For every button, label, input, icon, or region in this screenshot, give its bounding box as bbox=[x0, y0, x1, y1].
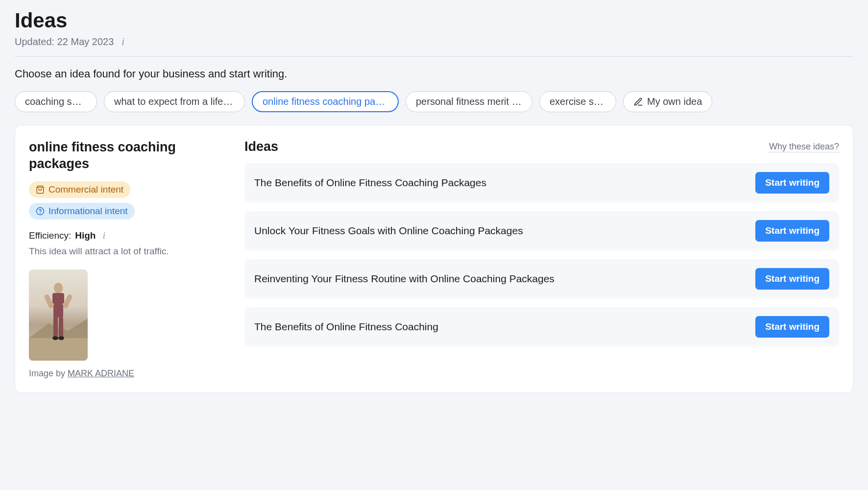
idea-text: Reinventing Your Fitness Routine with On… bbox=[254, 273, 555, 285]
idea-thumbnail bbox=[29, 270, 88, 361]
chip-what-to-expect[interactable]: what to expect from a life coach bbox=[104, 91, 245, 112]
chip-online-fitness-coaching[interactable]: online fitness coaching packages bbox=[252, 91, 399, 112]
chip-label: what to expect from a life coach bbox=[114, 96, 235, 107]
chip-my-own-idea[interactable]: My own idea bbox=[623, 91, 712, 112]
svg-point-1 bbox=[40, 213, 41, 213]
chip-label: personal fitness merit badge bbox=[416, 96, 522, 107]
svg-rect-5 bbox=[53, 304, 63, 318]
idea-item: The Benefits of Online Fitness Coaching … bbox=[244, 163, 839, 202]
svg-rect-2 bbox=[29, 338, 88, 361]
ideas-header: Ideas Why these ideas? bbox=[244, 139, 839, 154]
chip-label: My own idea bbox=[647, 96, 702, 107]
ideas-panel: Ideas Why these ideas? The Benefits of O… bbox=[244, 139, 839, 379]
start-writing-button[interactable]: Start writing bbox=[755, 220, 829, 242]
page-title: Ideas bbox=[15, 9, 853, 32]
svg-rect-9 bbox=[59, 317, 63, 337]
chip-label: exercise science bbox=[550, 96, 606, 107]
commercial-intent-badge: Commercial intent bbox=[29, 181, 130, 198]
intent-badges: Commercial intent Informational intent bbox=[29, 181, 225, 220]
selected-idea-title: online fitness coaching packages bbox=[29, 139, 225, 172]
efficiency-label: Efficiency: bbox=[29, 230, 71, 241]
ideas-title: Ideas bbox=[244, 139, 278, 154]
idea-item: Reinventing Your Fitness Routine with On… bbox=[244, 259, 839, 298]
informational-icon bbox=[36, 207, 45, 216]
svg-point-11 bbox=[58, 336, 64, 340]
chips-row: coaching session what to expect from a l… bbox=[15, 91, 853, 112]
start-writing-button[interactable]: Start writing bbox=[755, 316, 829, 338]
info-icon[interactable]: i bbox=[119, 38, 127, 47]
why-these-ideas-link[interactable]: Why these ideas? bbox=[769, 142, 839, 152]
chip-label: online fitness coaching packages bbox=[263, 96, 388, 107]
intro-text: Choose an idea found for your business a… bbox=[15, 68, 853, 80]
commercial-icon bbox=[36, 185, 45, 194]
idea-text: The Benefits of Online Fitness Coaching … bbox=[254, 177, 486, 189]
svg-point-10 bbox=[52, 336, 58, 340]
pen-icon bbox=[633, 97, 643, 107]
efficiency-description: This idea will attract a lot of traffic. bbox=[29, 246, 225, 257]
badge-label: Commercial intent bbox=[48, 184, 123, 195]
idea-detail-panel: online fitness coaching packages Commerc… bbox=[29, 139, 225, 379]
image-credit: Image by MARK ADRIANE bbox=[29, 368, 225, 379]
start-writing-button[interactable]: Start writing bbox=[755, 172, 829, 194]
start-writing-button[interactable]: Start writing bbox=[755, 268, 829, 290]
badge-label: Informational intent bbox=[48, 206, 128, 217]
svg-point-3 bbox=[54, 283, 63, 294]
informational-intent-badge: Informational intent bbox=[29, 203, 135, 220]
idea-text: Unlock Your Fitness Goals with Online Co… bbox=[254, 225, 523, 237]
idea-item: Unlock Your Fitness Goals with Online Co… bbox=[244, 211, 839, 250]
image-author-link[interactable]: MARK ADRIANE bbox=[68, 368, 134, 378]
chip-exercise-science[interactable]: exercise science bbox=[539, 91, 616, 112]
updated-text: Updated: 22 May 2023 bbox=[15, 36, 114, 48]
svg-rect-4 bbox=[52, 293, 64, 304]
chip-label: coaching session bbox=[25, 96, 87, 107]
image-credit-prefix: Image by bbox=[29, 368, 68, 378]
chip-coaching-session[interactable]: coaching session bbox=[15, 91, 97, 112]
efficiency-value: High bbox=[75, 230, 96, 241]
idea-text: The Benefits of Online Fitness Coaching bbox=[254, 321, 438, 333]
info-icon[interactable]: i bbox=[99, 231, 108, 240]
efficiency-row: Efficiency: High i bbox=[29, 230, 225, 241]
idea-card: online fitness coaching packages Commerc… bbox=[15, 125, 853, 393]
chip-personal-fitness-merit[interactable]: personal fitness merit badge bbox=[406, 91, 532, 112]
idea-list: The Benefits of Online Fitness Coaching … bbox=[244, 163, 839, 346]
idea-item: The Benefits of Online Fitness Coaching … bbox=[244, 307, 839, 346]
svg-rect-8 bbox=[53, 317, 58, 337]
updated-row: Updated: 22 May 2023 i bbox=[15, 36, 853, 48]
divider bbox=[15, 56, 853, 57]
